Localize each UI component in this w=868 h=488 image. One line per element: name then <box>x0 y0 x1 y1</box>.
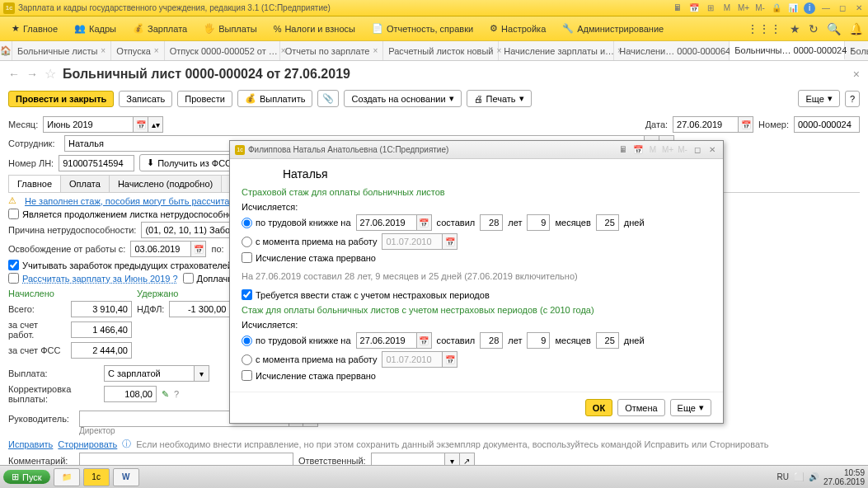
help-icon[interactable]: i <box>804 2 815 14</box>
close-tab-icon[interactable]: × <box>101 46 106 55</box>
calendar-icon[interactable]: 📅 <box>739 116 753 133</box>
cancel-button[interactable]: Отмена <box>617 399 664 416</box>
menu-reports[interactable]: 📄Отчетность, справки <box>365 20 480 37</box>
tray-icon[interactable]: 🔊 <box>809 472 819 481</box>
help-button[interactable]: ? <box>845 91 860 107</box>
start-button[interactable]: ⊞Пуск <box>3 470 50 484</box>
years-field2[interactable] <box>480 332 503 349</box>
tab[interactable]: Больничные листы× <box>12 41 111 60</box>
dropdown-icon[interactable]: ▾ <box>195 365 209 382</box>
favorite-toggle-icon[interactable]: ☆ <box>45 66 56 82</box>
calc-june-checkbox[interactable]: Рассчитать зарплату за Июнь 2019 ? <box>8 273 178 284</box>
total-field[interactable] <box>71 301 132 317</box>
fix-link[interactable]: Исправить <box>8 439 53 449</box>
dialog-titlebar[interactable]: 1c Филиппова Наталья Анатольевна (1С:Пре… <box>230 141 723 159</box>
tab[interactable]: Расчетный листок новый× <box>383 41 499 60</box>
continuation-checkbox[interactable]: Является продолжением листка нетрудоспос… <box>8 209 250 219</box>
months-field2[interactable] <box>527 332 550 349</box>
by-book-radio2[interactable]: по трудовой книжке на <box>242 336 351 346</box>
close-tab-icon[interactable]: × <box>373 46 378 55</box>
days-field[interactable] <box>596 214 619 231</box>
months-field[interactable] <box>527 214 550 231</box>
menu-settings[interactable]: ⚙Настройка <box>483 20 552 37</box>
taskbar-item[interactable]: 1c <box>83 468 110 486</box>
tab[interactable]: Отчеты по зарплате× <box>280 41 384 60</box>
print-button[interactable]: 🖨Печать ▾ <box>467 90 532 107</box>
maximize-icon[interactable]: ◻ <box>837 2 848 14</box>
dialog-close-icon[interactable]: ✕ <box>706 145 718 154</box>
book-date-field2[interactable] <box>356 332 417 349</box>
days-field2[interactable] <box>596 332 619 349</box>
month-field[interactable] <box>43 116 134 133</box>
corr-field[interactable] <box>104 386 157 402</box>
date-field[interactable] <box>673 116 739 133</box>
tab[interactable]: Начисление зарплаты и…× <box>499 41 614 60</box>
menu-salary[interactable]: 💰Зарплата <box>126 20 194 37</box>
menu-payments[interactable]: 🖐Выплаты <box>197 20 263 37</box>
dialog-icon[interactable]: 📅 <box>632 145 644 154</box>
tab-active[interactable]: Больничны… 0000-000024× <box>730 41 845 60</box>
interrupted-checkbox2[interactable]: Исчисление стажа прервано <box>242 370 376 381</box>
history-icon[interactable]: ↻ <box>809 22 819 35</box>
dialog-icon[interactable]: M <box>647 145 659 154</box>
close-tab-icon[interactable]: × <box>154 46 159 55</box>
calendar-icon[interactable]: 📅 <box>417 332 432 349</box>
ln-field[interactable] <box>59 155 134 171</box>
close-document-icon[interactable]: × <box>853 68 860 81</box>
payment-field[interactable] <box>104 365 195 382</box>
lang-indicator[interactable]: RU <box>777 472 788 481</box>
tab[interactable]: Начислени… 0000-000064× <box>614 41 730 60</box>
titlebar-icon[interactable]: M+ <box>738 2 749 14</box>
stepper-icon[interactable]: ▴▾ <box>148 116 163 133</box>
employer-field[interactable] <box>71 321 132 338</box>
favorite-icon[interactable]: ★ <box>790 22 800 35</box>
calendar-icon[interactable]: 📅 <box>134 116 148 133</box>
save-button[interactable]: Записать <box>119 91 172 107</box>
titlebar-icon[interactable]: M <box>721 2 733 14</box>
create-based-button[interactable]: Создать на основании ▾ <box>344 90 461 107</box>
ndfl-field[interactable] <box>169 301 230 317</box>
need-nonins-checkbox[interactable]: Требуется ввести стаж с учетом нестрахов… <box>242 289 490 300</box>
fss-field[interactable] <box>71 342 132 359</box>
pay-button[interactable]: 💰Выплатить <box>237 90 312 107</box>
titlebar-icon[interactable]: 🖩 <box>672 2 683 14</box>
dialog-icon[interactable]: 🖩 <box>617 145 629 154</box>
dialog-icon[interactable]: M+ <box>662 145 673 154</box>
close-icon[interactable]: ✕ <box>853 2 865 14</box>
tab[interactable]: Больничный лист 0000-…× <box>845 41 868 60</box>
calendar-icon[interactable]: 📅 <box>417 214 432 231</box>
book-date-field[interactable] <box>356 214 417 231</box>
inner-tab-payment[interactable]: Оплата <box>60 175 110 192</box>
tab[interactable]: Отпуска× <box>111 41 164 60</box>
years-field[interactable] <box>480 214 503 231</box>
nav-back-icon[interactable]: ← <box>8 68 20 81</box>
dialog-icon[interactable]: M- <box>677 145 688 154</box>
titlebar-icon[interactable]: 🔒 <box>771 2 782 14</box>
inner-tab-accrued[interactable]: Начислено (подробно) <box>109 175 222 192</box>
minimize-icon[interactable]: — <box>820 2 832 14</box>
tray-icon[interactable]: ⬜ <box>794 472 804 481</box>
calendar-icon[interactable]: 📅 <box>191 241 206 257</box>
since-hire-radio2[interactable]: с момента приема на работу <box>242 354 377 365</box>
taskbar-item[interactable]: W <box>113 468 139 486</box>
tab[interactable]: Отпуск 0000-000052 от …× <box>165 41 280 60</box>
attach-button[interactable]: 📎 <box>317 90 339 107</box>
dialog-restore-icon[interactable]: ◻ <box>692 145 703 154</box>
titlebar-icon[interactable]: M- <box>754 2 766 14</box>
apps-icon[interactable]: ⋮⋮⋮ <box>747 22 781 35</box>
search-icon[interactable]: 🔍 <box>827 22 841 35</box>
help-icon[interactable]: ? <box>174 389 179 399</box>
get-fss-button[interactable]: ⬇Получить из ФСС <box>139 154 239 171</box>
home-tab[interactable]: 🏠 <box>0 41 12 60</box>
titlebar-icon[interactable]: ⊞ <box>705 2 716 14</box>
number-field[interactable] <box>794 116 860 133</box>
storno-link[interactable]: Сторнировать <box>58 439 117 449</box>
absence-from-field[interactable] <box>130 241 191 257</box>
nav-forward-icon[interactable]: → <box>26 68 38 81</box>
dialog-more-button[interactable]: Еще ▾ <box>670 399 711 416</box>
titlebar-icon[interactable]: 📅 <box>688 2 700 14</box>
consider-prev-checkbox[interactable]: Учитывать заработок предыдущих страховат… <box>8 260 232 270</box>
menu-taxes[interactable]: %Налоги и взносы <box>267 21 362 37</box>
menu-admin[interactable]: 🔧Администрирование <box>556 20 670 37</box>
menu-main[interactable]: ★Главное <box>5 20 64 37</box>
